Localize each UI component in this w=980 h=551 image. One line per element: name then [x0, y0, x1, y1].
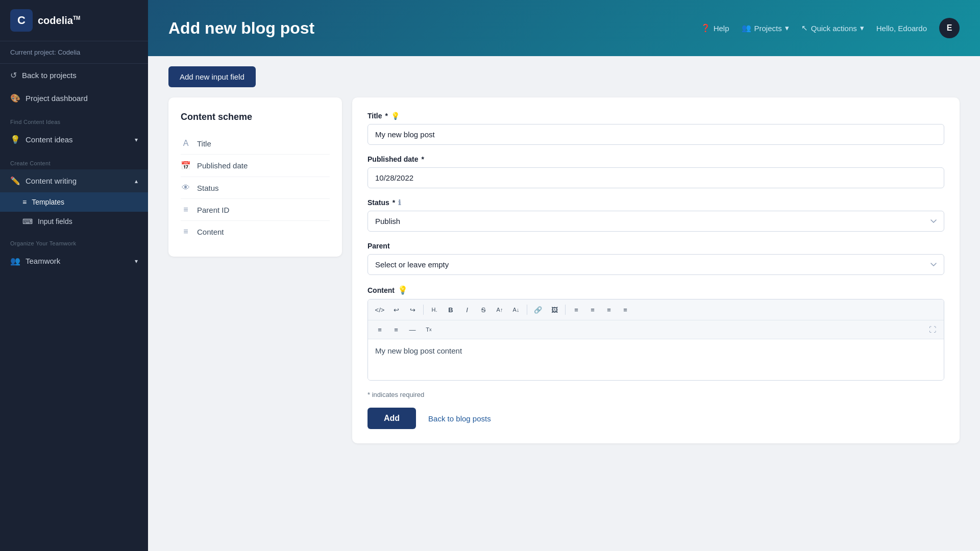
toolbar-bold-btn[interactable]: B: [443, 303, 458, 317]
projects-nav-item[interactable]: 👥 Projects ▾: [742, 23, 789, 33]
scheme-item-title: A Title: [181, 133, 330, 155]
scheme-title-label: Title: [197, 139, 211, 148]
content-form-group: Content 💡 </> ↩ ↪ H. B I S: [368, 285, 944, 381]
project-dashboard-item[interactable]: 🎨 Project dashboard: [0, 87, 148, 110]
back-to-projects-item[interactable]: ↺ Back to projects: [0, 64, 148, 87]
toolbar-unordered-list-btn[interactable]: ≡: [388, 322, 404, 337]
content-info-icon[interactable]: 💡: [398, 285, 408, 295]
toolbar-link-btn[interactable]: 🔗: [530, 303, 546, 317]
sidebar-logo: C codeliaTM: [0, 0, 148, 41]
add-new-input-field-button[interactable]: Add new input field: [168, 66, 256, 87]
dashboard-icon: 🎨: [10, 93, 20, 103]
list-icon: ≡: [181, 205, 191, 214]
projects-icon: 👥: [742, 23, 751, 33]
scheme-item-published-date: 📅 Published date: [181, 155, 330, 177]
toolbar-subscript-btn[interactable]: A↓: [508, 303, 524, 317]
content-label: Content: [368, 286, 395, 294]
title-form-group: Title * 💡: [368, 112, 944, 145]
page-header: Add new blog post ❓ Help 👥 Projects ▾ ↖ …: [148, 0, 980, 56]
teamwork-icon: 👥: [10, 256, 20, 266]
user-avatar[interactable]: E: [939, 18, 960, 38]
help-nav-item[interactable]: ❓ Help: [701, 23, 729, 33]
content-label-row: Content 💡: [368, 285, 944, 295]
quick-actions-nav-item[interactable]: ↖ Quick actions ▾: [801, 23, 864, 33]
editor-toolbar-row1: </> ↩ ↪ H. B I S A↑ A↓ 🔗 🖼: [368, 299, 944, 320]
panels-container: Content scheme A Title 📅 Published date …: [168, 97, 960, 443]
app-name: codeliaTM: [38, 15, 80, 27]
parent-select[interactable]: Select or leave empty: [368, 254, 944, 275]
main-area: Add new blog post ❓ Help 👥 Projects ▾ ↖ …: [148, 0, 980, 551]
title-type-icon: A: [181, 139, 191, 148]
status-select[interactable]: Publish Draft Archived: [368, 211, 944, 232]
input-fields-sub-item[interactable]: ⌨ Input fields: [0, 212, 148, 231]
scheme-item-content: ≡ Content: [181, 221, 330, 242]
teamwork-item[interactable]: 👥 Teamwork ▾: [0, 249, 148, 272]
back-icon: ↺: [10, 70, 17, 80]
input-fields-icon: ⌨: [22, 217, 33, 226]
teamwork-chevron: ▾: [135, 258, 138, 265]
templates-icon: ≡: [22, 198, 27, 206]
quick-actions-chevron: ▾: [860, 23, 864, 33]
toolbar-ordered-list-btn[interactable]: ≡: [372, 322, 387, 337]
projects-chevron: ▾: [785, 23, 789, 33]
editor-content-area[interactable]: My new blog post content: [368, 339, 944, 380]
toolbar-italic-btn[interactable]: I: [459, 303, 475, 317]
toolbar-superscript-btn[interactable]: A↑: [492, 303, 507, 317]
published-date-label: Published date *: [368, 155, 944, 163]
title-info-icon[interactable]: 💡: [391, 112, 400, 120]
parent-form-group: Parent Select or leave empty: [368, 242, 944, 275]
scheme-status-label: Status: [197, 184, 219, 192]
scheme-item-parent-id: ≡ Parent ID: [181, 199, 330, 221]
cursor-icon: ↖: [801, 23, 808, 33]
toolbar-strikethrough-btn[interactable]: S: [476, 303, 491, 317]
content-scheme-panel: Content scheme A Title 📅 Published date …: [168, 97, 342, 257]
section-find-label: Find Content Ideas: [0, 110, 148, 128]
toolbar-image-btn[interactable]: 🖼: [547, 303, 562, 317]
content-writing-icon: ✏️: [10, 176, 20, 186]
content-writing-chevron: ▴: [135, 178, 138, 185]
project-dashboard-label: Project dashboard: [26, 94, 88, 103]
back-to-blog-posts-link[interactable]: Back to blog posts: [428, 414, 491, 423]
app-logo-icon: C: [10, 9, 33, 32]
toolbar-heading-btn[interactable]: H.: [427, 303, 442, 317]
toolbar-clear-format-btn[interactable]: Tx: [421, 322, 436, 337]
section-organize-label: Organize Your Teamwork: [0, 231, 148, 249]
content-writing-item[interactable]: ✏️ Content writing ▴: [0, 169, 148, 192]
toolbar-hr-btn[interactable]: —: [405, 322, 420, 337]
toolbar-undo-btn[interactable]: ↩: [388, 303, 404, 317]
title-label: Title * 💡: [368, 112, 944, 120]
toolbar-align-left-btn[interactable]: ≡: [569, 303, 584, 317]
toolbar-redo-btn[interactable]: ↪: [405, 303, 420, 317]
content-area: Add new input field Content scheme A Tit…: [148, 56, 980, 551]
rich-text-editor: </> ↩ ↪ H. B I S A↑ A↓ 🔗 🖼: [368, 299, 944, 381]
eye-icon: 👁: [181, 183, 191, 192]
page-title: Add new blog post: [168, 19, 314, 38]
greeting-text: Hello, Edoardo: [876, 24, 927, 33]
current-project-label: Current project: Codelia: [0, 41, 148, 64]
published-date-form-group: Published date *: [368, 155, 944, 188]
status-form-group: Status * ℹ Publish Draft Archived: [368, 198, 944, 232]
add-button[interactable]: Add: [368, 408, 416, 429]
content-ideas-chevron: ▾: [135, 136, 138, 143]
toolbar-align-justify-btn[interactable]: ≡: [618, 303, 633, 317]
toolbar-code-btn[interactable]: </>: [372, 303, 387, 317]
toolbar-divider-1: [423, 305, 424, 315]
section-create-label: Create Content: [0, 151, 148, 169]
scheme-parent-id-label: Parent ID: [197, 206, 229, 214]
title-input[interactable]: [368, 124, 944, 145]
toolbar-align-center-btn[interactable]: ≡: [585, 303, 600, 317]
status-label: Status * ℹ: [368, 198, 944, 207]
help-icon: ❓: [701, 23, 710, 33]
form-actions: Add Back to blog posts: [368, 408, 944, 429]
status-info-icon[interactable]: ℹ: [398, 198, 401, 207]
parent-label: Parent: [368, 242, 944, 250]
content-ideas-item[interactable]: 💡 Content ideas ▾: [0, 128, 148, 151]
published-date-input[interactable]: [368, 167, 944, 188]
content-scheme-title: Content scheme: [181, 112, 330, 122]
templates-sub-item[interactable]: ≡ Templates: [0, 192, 148, 212]
toolbar-align-right-btn[interactable]: ≡: [601, 303, 617, 317]
editor-toolbar-row2: ≡ ≡ — Tx ⛶: [368, 320, 944, 339]
toolbar-expand-btn[interactable]: ⛶: [925, 322, 940, 337]
calendar-icon: 📅: [181, 161, 191, 170]
header-nav: ❓ Help 👥 Projects ▾ ↖ Quick actions ▾ He…: [701, 18, 960, 38]
